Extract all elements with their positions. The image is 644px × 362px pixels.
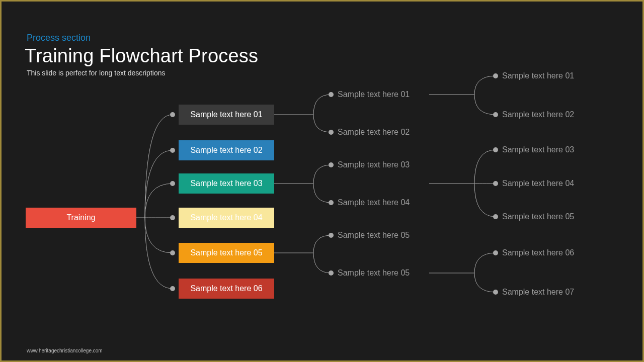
leaf-l3-4: Sample text here 04 [502,179,574,188]
svg-point-18 [493,290,498,295]
footer-text: www.heritagechristiancollege.com [27,348,103,353]
svg-point-7 [329,130,334,135]
svg-point-9 [329,200,334,205]
leaf-l2-3a: Sample text here 05 [338,231,410,240]
svg-point-5 [170,286,175,291]
node-l1-1: Sample text here 01 [179,105,274,125]
leaf-l3-2: Sample text here 02 [502,110,574,119]
leaf-l3-3: Sample text here 03 [502,145,574,154]
svg-point-17 [493,250,498,255]
node-label: Sample text here 06 [190,284,262,293]
leaf-l3-7: Sample text here 07 [502,288,574,297]
leaf-l2-2a: Sample text here 03 [338,160,410,169]
leaf-l2-1b: Sample text here 02 [338,128,410,137]
svg-point-3 [170,215,175,220]
svg-point-6 [329,92,334,97]
leaf-l2-2b: Sample text here 04 [338,198,410,207]
svg-point-8 [329,162,334,167]
leaf-l3-1: Sample text here 01 [502,71,574,80]
root-label: Training [66,213,95,222]
node-l1-6: Sample text here 06 [179,279,274,299]
root-node: Training [26,208,136,228]
svg-point-14 [493,147,498,152]
leaf-l2-3b: Sample text here 05 [338,268,410,278]
svg-point-2 [170,181,175,186]
svg-point-10 [329,233,334,238]
node-label: Sample text here 03 [190,179,262,188]
svg-point-13 [493,112,498,117]
node-l1-4: Sample text here 04 [179,208,274,228]
svg-point-1 [170,148,175,153]
node-label: Sample text here 01 [190,110,262,119]
node-label: Sample text here 04 [190,213,262,222]
slide: Process section Training Flowchart Proce… [2,2,642,360]
node-label: Sample text here 05 [190,248,262,257]
leaf-l3-6: Sample text here 06 [502,248,574,257]
svg-point-4 [170,250,175,255]
svg-point-16 [493,214,498,219]
svg-point-11 [329,270,334,276]
node-l1-2: Sample text here 02 [179,140,274,160]
node-l1-3: Sample text here 03 [179,173,274,194]
leaf-l2-1a: Sample text here 01 [338,90,410,99]
node-l1-5: Sample text here 05 [179,243,274,263]
svg-point-15 [493,181,498,186]
svg-point-0 [170,112,175,117]
leaf-l3-5: Sample text here 05 [502,212,574,221]
node-label: Sample text here 02 [190,146,262,155]
svg-point-12 [493,73,498,78]
